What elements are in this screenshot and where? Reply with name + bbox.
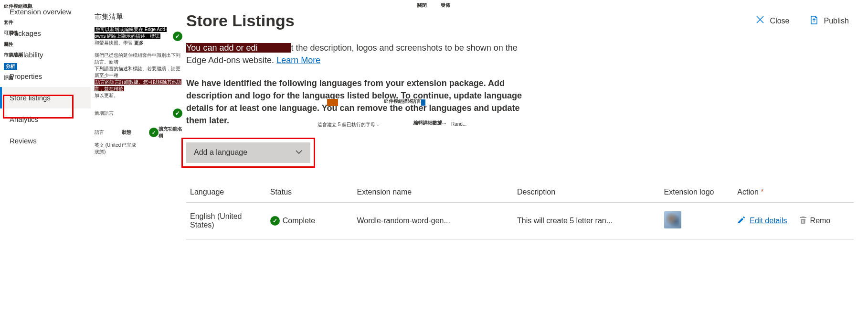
remove-action[interactable]: Remo xyxy=(799,216,831,226)
remove-label: Remo xyxy=(810,217,831,225)
sidebar-item-reviews[interactable]: Reviews xyxy=(0,130,91,152)
mini-td-lang: 英文 (United 狀態) xyxy=(95,142,122,155)
th-status: Status xyxy=(266,182,353,203)
sidebar-item-properties[interactable]: Properties xyxy=(0,65,91,87)
cell-language: English (United States) xyxy=(186,202,266,239)
chevron-down-icon xyxy=(295,148,303,157)
mini-th-status: 狀態 xyxy=(122,129,149,136)
learn-more-link[interactable]: Learn More xyxy=(276,55,320,65)
th-ext-name: Extension name xyxy=(353,182,513,203)
mini-th-lang: 語言 xyxy=(95,129,122,136)
publish-label: Publish xyxy=(824,17,849,25)
check-icon: ✓ xyxy=(270,216,280,226)
ov-publish: 發佈 xyxy=(441,2,450,9)
language-table: Language Status Extension name Descripti… xyxy=(186,182,854,239)
required-asterisk: * xyxy=(761,188,763,196)
close-label: Close xyxy=(770,17,790,25)
content-area: Store Listings You can add or edit the d… xyxy=(186,0,868,239)
mini-desc-line1a: 您可以新增或編輯要在 Edge Add-owns 網站上顯示的描述、標誌 xyxy=(95,27,167,39)
sidebar-item-store-listings[interactable]: Store listings xyxy=(0,87,91,108)
check-icon: ✓ xyxy=(173,32,182,41)
edit-details-action[interactable]: Edit details xyxy=(737,216,787,226)
th-action: Action * xyxy=(733,182,854,203)
th-ext-logo: Extension logo xyxy=(660,182,734,203)
mini-learn-more[interactable]: 更多 xyxy=(134,40,144,45)
ov-close: 關閉 xyxy=(417,2,427,9)
th-language: Language xyxy=(186,182,266,203)
mini-line2d: 加以更新。 xyxy=(95,93,118,98)
cell-ext-name: Wordle-random-word-gen... xyxy=(353,202,513,239)
para1-hl: You can add or edi xyxy=(186,43,291,53)
ov-ext-name: 擴充功能名稱 xyxy=(159,126,182,139)
sidebar-item-analytics[interactable]: Analytics xyxy=(0,108,91,130)
close-button[interactable]: Close xyxy=(755,14,790,27)
cell-status: Complete xyxy=(283,217,315,225)
add-language-dropdown[interactable]: Add a language xyxy=(186,142,310,163)
sidebar-item-packages[interactable]: Packages xyxy=(0,22,91,44)
trash-icon xyxy=(799,216,807,226)
publish-button[interactable]: Publish xyxy=(809,15,849,27)
sidebar: Extension overview Packages Availability… xyxy=(0,0,91,239)
check-icon: ✓ xyxy=(149,128,159,137)
sidebar-item-availability[interactable]: Availability xyxy=(0,44,91,65)
pencil-icon xyxy=(737,216,746,226)
page-title: Store Listings xyxy=(186,11,854,30)
sidebar-item-overview[interactable]: Extension overview xyxy=(0,1,91,22)
close-icon xyxy=(755,14,765,27)
edit-details-link[interactable]: Edit details xyxy=(750,217,787,225)
mini-line2c: 語言的語言詳細數據。您可以移除其他語言，並在稍後 xyxy=(95,79,181,91)
add-language-label: Add a language xyxy=(194,148,247,157)
mini-store-column: 市集清單 您可以新增或編輯要在 Edge Add-owns 網站上顯示的描述、標… xyxy=(91,0,186,239)
mini-td-status: 已完成 xyxy=(122,142,149,149)
table-row: English (United States) ✓ Complete Wordl… xyxy=(186,202,854,239)
mini-line2b: 下列語言的描述和標誌。若要繼續，請更新至少一種 xyxy=(95,66,180,78)
mini-line2a: 我們已從您的延伸模組套件中識別出下列語言。新增 xyxy=(95,53,180,65)
check-icon: ✓ xyxy=(173,108,182,118)
topbar: Close Publish xyxy=(755,14,849,27)
publish-icon xyxy=(809,15,819,27)
para2-text: We have identified the following languag… xyxy=(186,78,522,125)
mini-title: 市集清單 xyxy=(95,12,182,22)
extension-logo-thumbnail xyxy=(664,211,681,228)
mini-desc-line1b: 和螢幕快照。學習 xyxy=(95,40,133,45)
th-description: Description xyxy=(513,182,660,203)
cell-description: This will create 5 letter ran... xyxy=(513,202,660,239)
mini-add-language[interactable]: 新增語言 xyxy=(95,110,114,117)
